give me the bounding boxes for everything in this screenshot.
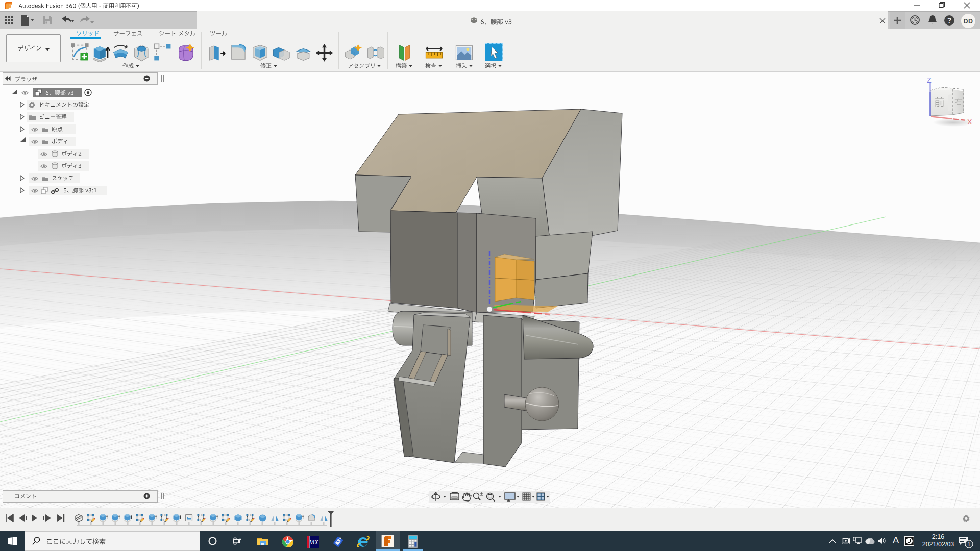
svg-text:?: ? bbox=[947, 16, 952, 24]
svg-text:Z: Z bbox=[927, 77, 932, 84]
svg-text:1: 1 bbox=[968, 541, 971, 547]
svg-text:ViX: ViX bbox=[309, 539, 318, 546]
svg-text:DD: DD bbox=[963, 18, 973, 25]
svg-text:X: X bbox=[967, 118, 972, 126]
